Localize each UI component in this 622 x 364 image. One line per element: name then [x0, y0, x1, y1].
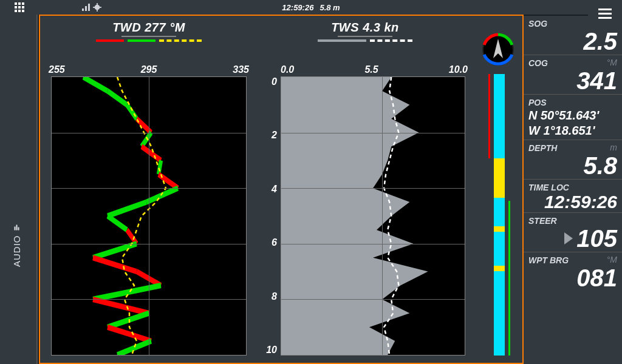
audio-panel[interactable]: AUDIO	[0, 15, 38, 364]
hamburger-icon	[598, 8, 612, 19]
svg-line-14	[93, 258, 137, 272]
port-indicator-bar	[488, 74, 490, 158]
equalizer-icon	[15, 225, 19, 231]
wind-time-plot-panel: TWD 277 °M 255 295 335 0 2 4	[39, 15, 524, 364]
status-bar: 12:59:26 5.8 m	[0, 0, 622, 15]
twd-plot-area	[51, 76, 247, 356]
twd-x-axis: 255 295 335	[43, 64, 255, 75]
svg-line-18	[108, 313, 149, 327]
svg-line-9	[146, 188, 178, 202]
svg-line-2	[108, 91, 127, 105]
tws-chart[interactable]: TWS 4.3 kn 0.0 5.5 10.0	[256, 16, 474, 363]
tile-depth[interactable]: DEPTH m 5.8	[524, 140, 622, 180]
instrument-strip: SOG kn 2.5 COG °M 341 POS N 50°51.643' W…	[524, 16, 622, 364]
svg-point-0	[95, 5, 100, 10]
sog-value: 2.5	[528, 29, 618, 53]
tile-pos[interactable]: POS N 50°51.643' W 1°18.651'	[524, 95, 622, 140]
stbd-indicator-bar	[508, 201, 510, 356]
tws-title: TWS 4.3 kn	[256, 21, 474, 35]
apps-grid-icon	[15, 2, 24, 12]
audio-label: AUDIO	[12, 235, 22, 267]
steer-arrow-icon	[564, 232, 573, 244]
tws-plot-area	[281, 76, 465, 356]
twd-title: TWD 277 °M	[43, 21, 255, 35]
svg-line-16	[93, 286, 161, 300]
steer-value: 105	[576, 226, 618, 251]
svg-line-10	[108, 202, 146, 216]
depth-value: 5.8	[528, 153, 618, 178]
tws-x-axis: 0.0 5.5 10.0	[256, 64, 474, 75]
gps-status-icon	[81, 3, 102, 12]
svg-line-1	[83, 77, 108, 91]
tile-time[interactable]: TIME LOC 12:59:26	[524, 180, 622, 213]
svg-line-11	[108, 216, 127, 230]
svg-line-19	[108, 327, 151, 341]
wind-gauge-column	[481, 33, 518, 356]
tile-steer[interactable]: STEER 105	[524, 213, 622, 252]
tile-wptbrg[interactable]: WPT BRG °M 081	[524, 252, 622, 291]
svg-line-20	[117, 341, 151, 355]
apps-button[interactable]	[0, 0, 39, 15]
cog-value: 341	[528, 69, 618, 93]
menu-button[interactable]	[588, 0, 622, 27]
time-value: 12:59:26	[528, 193, 618, 211]
svg-line-13	[93, 244, 137, 258]
twd-chart[interactable]: TWD 277 °M 255 295 335	[43, 16, 255, 363]
twd-legend	[43, 39, 255, 42]
tile-cog[interactable]: COG °M 341	[524, 55, 622, 95]
wptbrg-value: 081	[528, 266, 618, 290]
status-depth: 5.8 m	[320, 3, 340, 12]
pos-lon: W 1°18.651'	[528, 123, 618, 138]
svg-line-17	[93, 299, 149, 313]
tws-legend	[256, 39, 474, 42]
wind-dial-icon	[481, 33, 515, 67]
svg-line-6	[142, 147, 161, 161]
pos-lat: N 50°51.643'	[528, 108, 618, 123]
status-time: 12:59:26	[282, 3, 313, 12]
tack-history-bar	[494, 74, 505, 356]
